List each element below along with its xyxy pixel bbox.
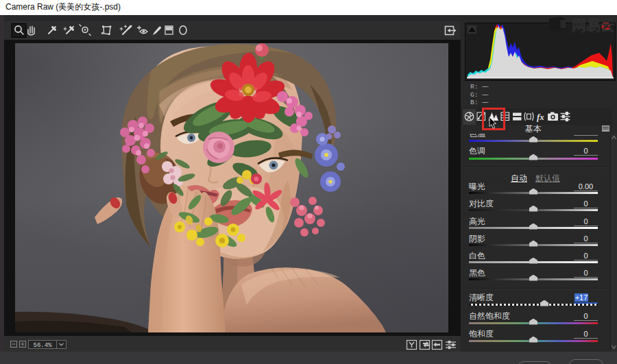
svg-text:fx: fx [537,112,544,122]
svg-text:网易云: 网易云 [572,17,615,33]
svg-text:56.4%: 56.4% [33,342,52,349]
